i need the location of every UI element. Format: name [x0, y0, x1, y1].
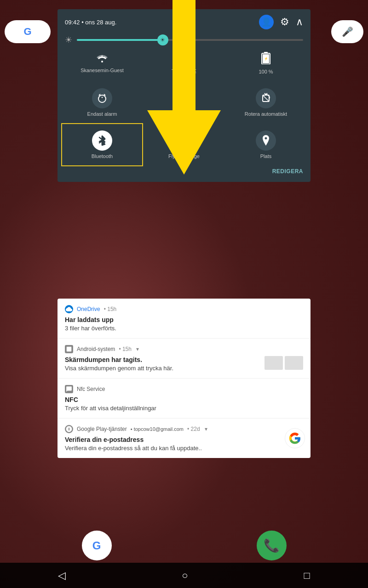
thumb-2	[285, 356, 303, 370]
nfc-icon	[65, 385, 73, 393]
notif-screenshot[interactable]: Android-system • 15h ▾ Skärmdumpen har t…	[58, 339, 310, 379]
svg-rect-1	[179, 57, 181, 64]
nfc-app-name: Nfc Service	[77, 386, 105, 392]
airplane-toggle[interactable]: Flygplansläge	[143, 123, 225, 166]
brightness-row: ☀ ☀	[58, 33, 310, 51]
expand-icon[interactable]: ∧	[296, 16, 303, 28]
notif-onedrive-header: OneDrive • 15h	[65, 305, 303, 313]
screenshot-chevron: ▾	[136, 346, 139, 352]
notif-gplay-header: Google Play-tjänster • topcow10@gmail.co…	[65, 425, 303, 433]
flashlight-toggle[interactable]: Ficklampa	[143, 82, 225, 123]
battery-icon: ⚡	[261, 51, 271, 67]
redigera-button[interactable]: REDIGERA	[272, 168, 303, 175]
onedrive-icon	[65, 305, 73, 313]
airplane-icon-bg	[174, 130, 194, 151]
svg-text:⚡: ⚡	[264, 57, 268, 61]
rotate-toggle[interactable]: Rotera automatiskt	[225, 82, 307, 123]
battery-label: 100 %	[259, 69, 273, 74]
google-logo-left: G	[23, 26, 31, 38]
bluetooth-toggle[interactable]: Bluetooth	[61, 123, 143, 166]
nav-bar: ◁ ○ □	[0, 563, 368, 588]
user-avatar[interactable]: 👤	[259, 15, 274, 29]
rotate-icon-bg	[256, 88, 276, 108]
nfc-body: Tryck för att visa detaljinställningar	[65, 405, 303, 412]
signal-icon	[179, 52, 189, 67]
dock-phone[interactable]: 📞	[257, 531, 287, 560]
dock-phone-icon: 📞	[264, 538, 280, 553]
onedrive-body: 3 filer har överförts.	[65, 325, 303, 332]
svg-rect-16	[99, 98, 105, 100]
brightness-thumb[interactable]: ☀	[157, 34, 168, 45]
brightness-thumb-icon: ☀	[160, 37, 165, 43]
screenshot-title: Skärmdumpen har tagits.	[65, 356, 173, 363]
brightness-icon: ☀	[65, 35, 72, 45]
qs-icons: 👤 ⚙ ∧	[259, 15, 303, 29]
screenshot-app-name: Android-system	[77, 346, 115, 352]
rotate-label: Rotera automatiskt	[245, 111, 287, 117]
onedrive-time: • 15h	[104, 306, 117, 312]
battery-status[interactable]: ⚡ 100 %	[225, 51, 307, 74]
notifications-panel: OneDrive • 15h Har laddats upp 3 filer h…	[58, 299, 310, 458]
flashlight-icon-bg	[174, 88, 194, 108]
avatar-icon: 👤	[261, 17, 271, 27]
svg-rect-3	[184, 54, 186, 64]
notif-nfc-header: Nfc Service	[65, 385, 303, 393]
qs-time: 09:42 • ons 28 aug.	[65, 19, 116, 26]
google-search-bar-left[interactable]: G	[5, 20, 51, 43]
gplay-icon	[65, 425, 73, 433]
svg-rect-2	[182, 56, 184, 64]
quick-settings-panel: 09:42 • ons 28 aug. 👤 ⚙ ∧ ☀ ☀	[58, 9, 310, 182]
svg-rect-7	[264, 52, 268, 54]
brightness-slider[interactable]: ☀	[77, 39, 303, 41]
airplane-label: Flygplansläge	[168, 153, 200, 159]
signal-label: Telenor SE	[172, 68, 196, 74]
wifi-icon	[96, 53, 108, 66]
dock-google[interactable]: G	[82, 531, 112, 560]
brightness-fill	[77, 39, 167, 41]
settings-icon[interactable]: ⚙	[280, 16, 289, 28]
gplay-extra: • topcow10@gmail.com	[131, 426, 184, 432]
notif-google-play[interactable]: Google Play-tjänster • topcow10@gmail.co…	[58, 418, 310, 458]
flashlight-label: Ficklampa	[172, 111, 196, 117]
screenshot-thumbnails	[264, 356, 303, 370]
bluetooth-icon-bg	[92, 130, 112, 151]
location-icon-bg	[256, 130, 276, 151]
recents-button[interactable]: □	[304, 570, 310, 582]
wifi-label: Skanesemin-Guest	[80, 68, 124, 73]
redigera-row: REDIGERA	[58, 166, 310, 177]
alarm-label: Endast alarm	[87, 111, 117, 117]
signal-status[interactable]: Telenor SE	[143, 52, 225, 74]
screenshot-time: • 15h	[119, 346, 132, 352]
location-toggle[interactable]: Plats	[225, 123, 307, 166]
gplay-time: • 22d	[187, 426, 200, 432]
bluetooth-label: Bluetooth	[92, 153, 113, 159]
location-label: Plats	[260, 153, 271, 159]
svg-line-21	[263, 95, 269, 102]
wifi-status[interactable]: Skanesemin-Guest	[61, 53, 143, 73]
thumb-1	[264, 356, 283, 370]
back-button[interactable]: ◁	[58, 570, 66, 582]
notif-nfc[interactable]: Nfc Service NFC Tryck för att visa detal…	[58, 379, 310, 418]
gplay-title: Verifiera din e-postadress	[65, 436, 278, 443]
notif-screenshot-header: Android-system • 15h ▾	[65, 345, 303, 353]
home-button[interactable]: ○	[182, 570, 188, 582]
alarm-toggle[interactable]: Endast alarm	[61, 82, 143, 123]
dock-google-label: G	[92, 539, 101, 552]
gplay-chevron: ▾	[205, 426, 207, 432]
gplay-app-name: Google Play-tjänster	[77, 426, 127, 432]
google-g-logo	[285, 428, 305, 448]
qs-header: 09:42 • ons 28 aug. 👤 ⚙ ∧	[58, 9, 310, 33]
google-search-bar-right[interactable]: 🎤	[331, 20, 363, 43]
screenshot-icon	[65, 345, 73, 353]
onedrive-title: Har laddats upp	[65, 316, 303, 323]
screenshot-body: Visa skärmdumpen genom att trycka här.	[65, 365, 173, 372]
onedrive-app-name: OneDrive	[77, 306, 100, 312]
status-row: Skanesemin-Guest Telenor SE	[58, 51, 310, 82]
gplay-body: Verifiera din e-postadress så att du kan…	[65, 445, 278, 452]
mic-icon: 🎤	[342, 26, 353, 37]
bottom-dock: G 📞	[0, 531, 368, 560]
notif-onedrive[interactable]: OneDrive • 15h Har laddats upp 3 filer h…	[58, 299, 310, 339]
nfc-title: NFC	[65, 396, 303, 403]
alarm-icon-bg	[92, 88, 112, 108]
toggle-grid: Endast alarm Ficklampa	[58, 82, 310, 166]
